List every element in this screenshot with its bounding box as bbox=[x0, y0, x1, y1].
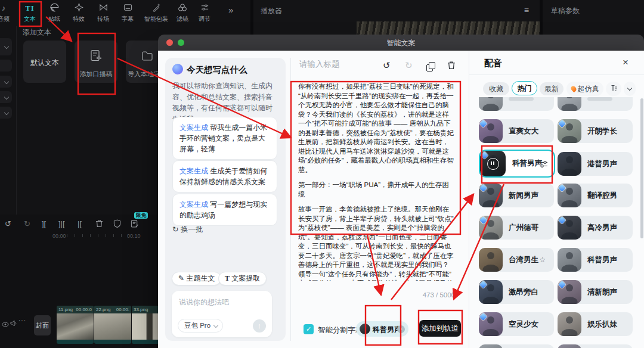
voice-card[interactable]: 直爽女大 bbox=[479, 119, 554, 143]
tab-audio[interactable]: ♪ 音频 bbox=[0, 3, 17, 23]
undo-icon[interactable]: ↺ bbox=[5, 219, 11, 228]
voice-avatar bbox=[558, 248, 581, 272]
timeline-clip[interactable]: 11.png00:00:0 bbox=[57, 306, 94, 344]
voice-card[interactable]: 空灵少女 bbox=[479, 312, 554, 336]
voice-card[interactable]: 广州德哥 bbox=[479, 216, 554, 240]
copy-icon[interactable] bbox=[426, 64, 433, 72]
filter-funnel-chip[interactable] bbox=[606, 82, 621, 96]
selected-voice-pill[interactable]: 科普男声 × bbox=[356, 321, 408, 337]
collapsed-list-item[interactable] bbox=[0, 76, 12, 88]
split-icon[interactable]: ][ bbox=[42, 219, 46, 228]
redo-icon[interactable]: ↻ bbox=[405, 61, 413, 70]
smart-split-checkbox[interactable]: ✓ bbox=[304, 324, 314, 334]
star-icon[interactable]: ☆ bbox=[539, 256, 546, 264]
modal-titlebar[interactable]: 智能文案 bbox=[158, 35, 644, 51]
suggestion-card[interactable]: 文案生成 写一篇梦想与现实的励志鸡汤 bbox=[172, 194, 277, 226]
add-text-header: 添加文本 bbox=[23, 27, 51, 38]
player-title: 播放器 bbox=[261, 6, 282, 16]
smart-doc-icon[interactable] bbox=[131, 219, 139, 229]
script-text[interactable]: 你有没有想过，如果把“荔枝三日变味”的死规定，和“从岭南到长安三千里路”的现实绑… bbox=[298, 82, 455, 281]
voice-card-partial[interactable] bbox=[558, 344, 633, 348]
pause-icon[interactable] bbox=[487, 158, 499, 170]
voice-card[interactable]: 港普男声 bbox=[558, 152, 633, 176]
model-selector[interactable]: 豆包 Pro bbox=[178, 319, 223, 333]
voice-tune-icon[interactable] bbox=[539, 160, 548, 170]
mask-shield-icon[interactable] bbox=[113, 219, 121, 229]
scrollbar[interactable] bbox=[640, 98, 643, 238]
suggestion-card[interactable]: 文案生成 生成关于爱情如何保持新鲜感的情感关系文案 bbox=[172, 160, 277, 192]
close-icon[interactable]: × bbox=[623, 57, 628, 67]
trash-icon[interactable] bbox=[447, 61, 456, 71]
voice-avatar bbox=[479, 248, 503, 272]
voice-card[interactable]: 新闻男声 bbox=[479, 184, 554, 207]
default-text-card[interactable]: 默认文本 bbox=[23, 41, 66, 83]
send-button[interactable]: ↑ bbox=[253, 319, 266, 333]
extract-copy-chip[interactable]: T 文案提取 bbox=[218, 272, 267, 285]
refresh-icon: ↻ bbox=[172, 225, 178, 234]
add-voiceover-script-card[interactable]: 添加口播稿 bbox=[75, 41, 117, 83]
filter-newest[interactable]: 最新 bbox=[540, 82, 564, 95]
voice-avatar bbox=[558, 152, 581, 176]
clip-duration: 00:00:0 bbox=[76, 306, 92, 313]
filter-hyperreal[interactable]: 超仿真 bbox=[566, 82, 603, 96]
clip-thumbnail bbox=[57, 313, 94, 340]
clip-name: 22.png bbox=[96, 306, 110, 313]
track-visibility-eye-icon[interactable] bbox=[2, 319, 9, 330]
tab-adjust[interactable]: 调节 bbox=[191, 3, 218, 23]
clip-duration: 00:00: bbox=[116, 306, 129, 313]
tab-effects[interactable]: 特效 bbox=[66, 3, 92, 23]
refresh-suggestions[interactable]: ↻ 换一批 bbox=[172, 225, 203, 235]
voice-card[interactable]: 翻译腔男 bbox=[558, 184, 633, 207]
split-right-icon[interactable]: |[ bbox=[78, 219, 82, 228]
cover-button[interactable]: 封面 bbox=[34, 315, 51, 335]
track-more-icon[interactable]: ··· bbox=[18, 317, 26, 324]
tab-transitions[interactable]: 转场 bbox=[90, 3, 116, 23]
collapsed-list-item[interactable] bbox=[0, 38, 12, 55]
add-to-track-button[interactable]: 添加到轨道 bbox=[419, 320, 461, 337]
clip-thumbnail bbox=[94, 313, 131, 340]
redo-icon[interactable]: ↻ bbox=[24, 219, 30, 228]
voice-card[interactable]: 开朗学长 bbox=[558, 119, 633, 143]
smart-copy-modal: 今天想写点什么 我可以帮助你查询知识、生成内容、优化和总结文案、搜索抖音视频等，… bbox=[158, 51, 644, 348]
track-mute-speaker-icon[interactable] bbox=[10, 318, 17, 329]
split-left-icon[interactable]: ]|[ bbox=[58, 219, 65, 228]
toolbar-more-icon[interactable]: » bbox=[228, 5, 233, 15]
idea-input[interactable]: 说说你的想法吧 bbox=[179, 297, 229, 307]
text-icon: TI bbox=[17, 3, 43, 14]
filter-hot[interactable]: 热门 bbox=[512, 81, 537, 95]
collapsed-list-item[interactable] bbox=[0, 60, 12, 72]
effects-star-icon bbox=[66, 3, 92, 14]
undo-icon[interactable]: ↺ bbox=[383, 61, 391, 70]
suggestion-card[interactable]: 文案生成 帮我生成一篇小米手环的营销文案，卖点是大屏幕，轻薄 bbox=[172, 117, 277, 160]
voice-card[interactable]: 娱乐扒妹 bbox=[558, 312, 633, 336]
check-icon: ✓ bbox=[306, 325, 311, 333]
voice-card[interactable]: 清新朗声 bbox=[558, 280, 633, 304]
player-menu-icon[interactable]: ≡ bbox=[524, 5, 529, 15]
timeline-clip[interactable]: 22.png00:00: bbox=[94, 306, 131, 344]
char-count: 473 / 5000 bbox=[298, 291, 455, 299]
tab-sticker[interactable]: 贴纸 bbox=[41, 3, 67, 23]
voice-card[interactable]: 高冷男声 bbox=[558, 216, 633, 240]
filter-favorites[interactable]: 收藏 bbox=[483, 82, 509, 95]
tab-text[interactable]: TI 文本 bbox=[17, 3, 43, 23]
title-input[interactable] bbox=[298, 59, 378, 69]
tab-captions[interactable]: 字幕 bbox=[114, 3, 141, 23]
video-preview-sliver bbox=[357, 21, 540, 35]
remove-voice-icon[interactable]: × bbox=[397, 325, 405, 333]
collapsed-list-item[interactable] bbox=[0, 91, 12, 103]
folder-icon bbox=[141, 51, 153, 64]
voice-card-selected[interactable]: 科普男声 bbox=[479, 150, 555, 178]
filter-expand-chip[interactable] bbox=[624, 82, 636, 96]
collapsed-list-item[interactable] bbox=[0, 107, 12, 119]
draft-params-title: 草稿参数 bbox=[551, 6, 580, 16]
voice-card[interactable]: 激昂旁白 bbox=[479, 280, 554, 304]
voice-card[interactable]: 台湾男生 ☆ bbox=[479, 248, 554, 272]
voice-card-partial[interactable] bbox=[479, 344, 554, 348]
voice-card[interactable]: 科普男声 bbox=[558, 248, 633, 272]
delete-icon[interactable] bbox=[95, 219, 103, 229]
tab-smart-pack[interactable]: 智能包装 bbox=[143, 3, 169, 23]
clip-name: 33.png bbox=[134, 306, 148, 313]
extract-t-icon: T bbox=[225, 274, 230, 282]
limited-free-badge: 限免 bbox=[134, 212, 148, 219]
topic-to-text-chip[interactable]: ✎ 主题生文 bbox=[172, 272, 221, 285]
